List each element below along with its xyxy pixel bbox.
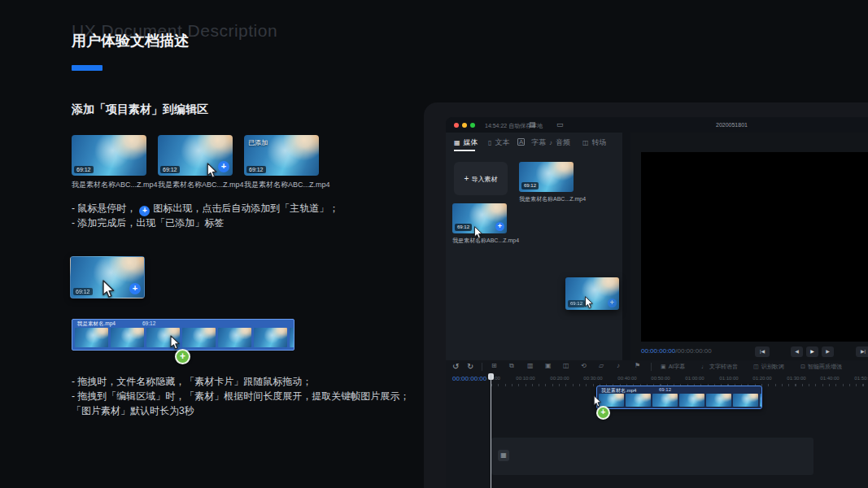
bullet-hover-2: - 添加完成后，出现「已添加」标签 (72, 216, 224, 230)
display-icon[interactable]: ▭ (556, 120, 564, 129)
copy-icon[interactable]: ⧉ (509, 362, 514, 370)
preview-timecode: 00:00:00:00/00:00:00:00 (641, 347, 712, 355)
mirror-icon[interactable]: ◫ (563, 362, 569, 369)
keyframe (733, 394, 758, 407)
mute-icon[interactable]: ♪ (617, 362, 620, 369)
skip-end-button[interactable]: ▶| (856, 346, 868, 357)
duration-badge: 69:12 (160, 166, 180, 173)
toolbar-divider (651, 363, 652, 371)
add-to-track-icon: + (608, 298, 617, 307)
text-to-speech-button[interactable]: ♩文字转语音 (701, 363, 738, 371)
duration-badge: 69:12 (521, 182, 539, 190)
ruler-label: 01:40:00 (820, 376, 839, 381)
panel-material-1[interactable]: 69:12 (519, 162, 574, 192)
keyframe (706, 394, 731, 407)
cursor-icon (204, 163, 218, 179)
panel-filename: 我是素材名称ABC...Z.mp4 (519, 195, 586, 203)
duration-badge: 69:12 (73, 288, 93, 295)
audio-icon: ♪ (549, 139, 552, 146)
tab-label: 媒体 (464, 138, 478, 146)
material-card-3-added[interactable]: 已添加 69:12 (244, 135, 319, 176)
skip-start-button[interactable]: |◀ (755, 346, 770, 357)
tab-audio[interactable]: ♪音频 (549, 137, 570, 148)
main-track-row[interactable]: ▦ (491, 438, 813, 475)
lyrics-recognition-icon: ◫ (753, 364, 759, 369)
duration-badge: 69:12 (74, 166, 94, 173)
rotate-icon[interactable]: ⟲ (581, 362, 587, 369)
tab-label: 字幕 (531, 138, 546, 146)
ai-subtitle-button[interactable]: ▣AI字幕 (661, 363, 685, 371)
text-to-speech-icon: ♩ (701, 364, 707, 369)
tab-text[interactable]: ▯文本 (488, 137, 509, 148)
tab-media[interactable]: ▦媒体 (454, 137, 478, 148)
keyframe (218, 328, 251, 347)
next-frame-button[interactable]: ▶ (822, 346, 834, 357)
ruler-label: 00:50:00 (651, 376, 670, 381)
add-icon-inline: + (139, 206, 150, 216)
crop-icon[interactable]: ▱ (599, 362, 604, 369)
traffic-light-zoom[interactable] (470, 123, 475, 128)
import-label: 导入素材 (471, 176, 497, 183)
add-to-track-icon[interactable]: + (495, 222, 504, 231)
button-label: 智能画质增强 (808, 364, 842, 369)
keyframe (111, 328, 144, 347)
ruler-label: 01:20:00 (752, 376, 771, 381)
lyrics-recognition-button[interactable]: ◫识别歌词 (753, 363, 784, 371)
duration-badge: 69:12 (246, 166, 266, 173)
play-button[interactable]: ▶ (806, 346, 818, 357)
preview-monitor (641, 152, 868, 342)
timeline-clip[interactable]: 我是素材名.mp4 69:12 (596, 386, 762, 409)
add-to-track-icon[interactable]: + (129, 283, 141, 294)
material-filename: 我是素材名称ABC...Z.mp4 (158, 180, 244, 190)
cursor-icon (582, 296, 594, 310)
bullet-drag-2: - 拖拽到「编辑区域」时，「素材」根据时间长度展开，提取关键帧图片展示； (72, 390, 409, 403)
ruler-label: 00:30:00 (583, 376, 602, 381)
material-filename: 我是素材名称ABC...Z.mp4 (244, 180, 330, 190)
clip-filename: 我是素材名.mp4 (77, 320, 116, 328)
traffic-light-close[interactable] (454, 123, 459, 128)
timeline-clip-preview[interactable]: 我是素材名.mp4 69:12 (72, 319, 294, 351)
text-icon: ▯ (488, 139, 491, 146)
mark-icon[interactable]: ⚑ (635, 362, 640, 369)
bullet-drag-3: 「图片素材」默认时长为3秒 (72, 404, 194, 418)
cursor-icon (472, 226, 483, 240)
active-tab-underline (454, 150, 475, 151)
material-card-2-hovered[interactable]: 69:12 + (158, 135, 233, 176)
clip-duration: 69:12 (659, 387, 671, 392)
bullet-text: 图标出现，点击后自动添加到「主轨道」； (153, 203, 338, 214)
keyframe (626, 394, 651, 407)
keyframe (599, 394, 624, 407)
cursor-icon (168, 335, 181, 351)
button-label: 文字转语音 (709, 364, 738, 369)
tab-label: 转场 (592, 138, 607, 146)
layout-icon[interactable]: ▤ (529, 120, 536, 129)
added-badge: 已添加 (248, 138, 268, 147)
material-card-1[interactable]: 69:12 (72, 135, 146, 176)
keyframe (254, 328, 287, 347)
tab-subtitle[interactable]: A字幕 (517, 137, 546, 148)
keyframe (760, 394, 762, 407)
enhance-quality-icon: ⊡ (800, 364, 805, 369)
clip-duration: 69:12 (142, 320, 155, 326)
import-material-button[interactable]: +导入素材 (454, 162, 508, 195)
ruler-label: 01:50:00 (854, 376, 868, 381)
tab-transition[interactable]: ◫转场 (582, 137, 607, 148)
page-title: 用户体验文档描述 (72, 31, 189, 50)
undo-icon[interactable]: ↺ (452, 362, 459, 371)
enhance-quality-button[interactable]: ⊡智能画质增强 (800, 363, 842, 371)
keyframe (75, 328, 108, 347)
keyframe (290, 328, 294, 347)
prev-frame-button[interactable]: ◀ (791, 346, 803, 357)
project-title: 2020051801 (716, 122, 748, 128)
redo-icon[interactable]: ↻ (467, 362, 473, 371)
add-to-track-icon[interactable]: + (218, 161, 229, 172)
ruler-label: 01:30:00 (787, 376, 805, 381)
delete-icon[interactable]: ▥ (527, 362, 534, 369)
traffic-light-minimize[interactable] (462, 123, 467, 128)
duration-badge: 69:12 (455, 224, 472, 231)
media-icon: ▦ (454, 139, 460, 146)
ruler-label: 01:10:00 (719, 376, 738, 381)
cursor-icon (99, 280, 116, 299)
freeze-icon[interactable]: ▣ (545, 362, 552, 369)
split-icon[interactable]: ⊞ (491, 362, 497, 369)
